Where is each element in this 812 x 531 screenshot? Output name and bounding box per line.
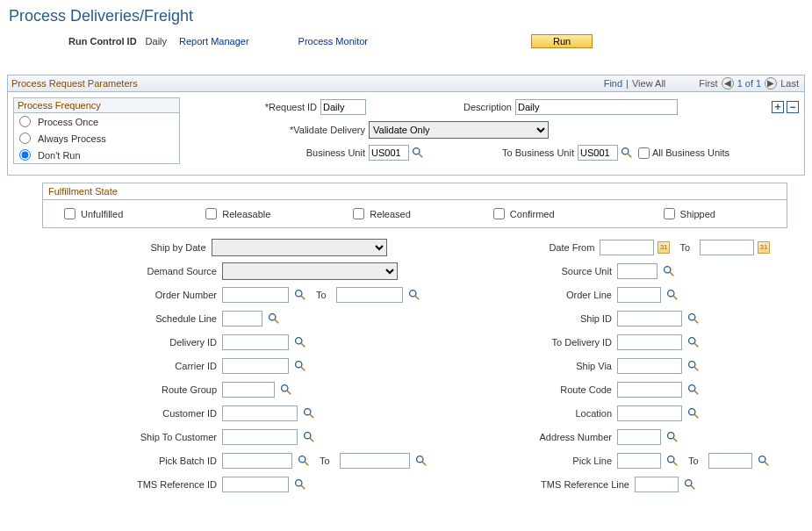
run-button[interactable]: Run — [531, 34, 593, 48]
fs-confirmed[interactable]: Confirmed — [490, 205, 555, 222]
fulfillment-state-title: Fulfillment State — [43, 183, 787, 199]
lookup-icon[interactable] — [303, 431, 315, 443]
location-input[interactable] — [617, 405, 682, 421]
freq-dont-run[interactable]: Don't Run — [14, 147, 179, 163]
date-to-input[interactable] — [700, 240, 754, 255]
to-business-unit-input[interactable] — [578, 145, 618, 161]
business-unit-input[interactable] — [369, 145, 409, 161]
view-all-label: View All — [632, 78, 665, 89]
calendar-icon[interactable]: 31 — [658, 241, 670, 254]
process-frequency-title: Process Frequency — [14, 98, 179, 113]
lookup-icon[interactable] — [294, 360, 306, 372]
order-line-input[interactable] — [617, 287, 661, 303]
lookup-icon[interactable] — [684, 478, 696, 491]
page-title: Process Deliveries/Freight — [9, 7, 805, 25]
section-title: Process Request Parameters — [11, 78, 138, 89]
add-row-icon[interactable]: + — [772, 101, 784, 113]
fs-unfulfilled[interactable]: Unfulfilled — [61, 205, 123, 222]
to-delivery-id-input[interactable] — [617, 334, 682, 350]
validate-delivery-select[interactable]: Validate Only — [369, 121, 549, 139]
lookup-icon[interactable] — [294, 336, 306, 348]
route-group-input[interactable] — [222, 382, 275, 398]
process-monitor-link[interactable]: Process Monitor — [298, 36, 368, 47]
delivery-id-input[interactable] — [222, 334, 289, 350]
ship-id-input[interactable] — [617, 311, 682, 326]
tms-reference-line-input[interactable] — [635, 477, 679, 492]
lookup-icon[interactable] — [303, 407, 315, 420]
lookup-icon[interactable] — [294, 289, 306, 301]
lookup-icon[interactable] — [621, 147, 633, 159]
find-link[interactable]: Find — [604, 78, 622, 89]
ship-via-input[interactable] — [617, 358, 682, 374]
prev-icon[interactable]: ◀ — [722, 77, 734, 90]
lookup-icon[interactable] — [687, 407, 700, 420]
customer-id-input[interactable] — [222, 405, 298, 421]
pick-batch-id-to-input[interactable] — [340, 453, 410, 469]
report-manager-link[interactable]: Report Manager — [179, 36, 249, 47]
last-label: Last — [780, 78, 799, 89]
date-from-input[interactable] — [600, 240, 654, 255]
lookup-icon[interactable] — [666, 455, 679, 467]
pager-text[interactable]: 1 of 1 — [737, 78, 762, 89]
delete-row-icon[interactable]: − — [787, 101, 799, 113]
run-control-id-label: Run Control ID — [68, 36, 137, 47]
order-number-to-input[interactable] — [336, 287, 403, 303]
lookup-icon[interactable] — [408, 289, 420, 301]
lookup-icon[interactable] — [268, 312, 280, 325]
lookup-icon[interactable] — [294, 478, 306, 491]
fulfillment-state-box: Fulfillment State Unfulfilled Releasable… — [42, 183, 787, 228]
next-icon[interactable]: ▶ — [765, 77, 777, 90]
pick-line-to-input[interactable] — [708, 453, 752, 469]
route-code-input[interactable] — [617, 382, 682, 398]
lookup-icon[interactable] — [687, 360, 700, 372]
schedule-line-input[interactable] — [222, 311, 262, 326]
fs-shipped[interactable]: Shipped — [660, 205, 715, 222]
to-business-unit-label: To Business Unit — [424, 147, 578, 158]
freq-process-once[interactable]: Process Once — [14, 113, 179, 130]
section-header: Process Request Parameters Find | View A… — [7, 75, 805, 92]
description-label: Description — [366, 102, 515, 112]
fs-releasable[interactable]: Releasable — [202, 205, 270, 222]
lookup-icon[interactable] — [663, 265, 675, 277]
tms-reference-id-input[interactable] — [222, 477, 289, 492]
lookup-icon[interactable] — [687, 384, 700, 396]
demand-source-select[interactable] — [222, 262, 398, 280]
lookup-icon[interactable] — [298, 455, 310, 467]
request-id-input[interactable] — [320, 99, 366, 115]
run-control-row: Run Control ID Daily Report Manager Proc… — [7, 34, 805, 48]
all-business-units-label: All Business Units — [652, 147, 729, 158]
business-unit-label: Business Unit — [189, 147, 369, 158]
request-id-label: *Request ID — [189, 102, 320, 112]
order-number-input[interactable] — [222, 287, 289, 303]
first-label: First — [699, 78, 717, 89]
freq-always-process[interactable]: Always Process — [14, 130, 179, 147]
lookup-icon[interactable] — [280, 384, 292, 396]
lookup-icon[interactable] — [666, 289, 679, 301]
carrier-id-input[interactable] — [222, 358, 289, 374]
all-business-units-checkbox[interactable] — [638, 147, 650, 159]
criteria-form: Ship by Date Date From 31 To 31 Demand S… — [42, 235, 770, 496]
pick-line-input[interactable] — [617, 453, 661, 469]
fs-released[interactable]: Released — [349, 205, 410, 222]
process-frequency-box: Process Frequency Process Once Always Pr… — [13, 97, 180, 164]
lookup-icon[interactable] — [687, 312, 700, 325]
description-input[interactable] — [515, 99, 678, 115]
lookup-icon[interactable] — [687, 336, 700, 348]
validate-delivery-label: *Validate Delivery — [189, 125, 369, 135]
lookup-icon[interactable] — [666, 431, 679, 443]
address-number-input[interactable] — [617, 429, 661, 445]
calendar-icon[interactable]: 31 — [758, 241, 770, 254]
ship-to-customer-input[interactable] — [222, 429, 298, 445]
source-unit-input[interactable] — [617, 263, 658, 279]
lookup-icon[interactable] — [412, 147, 424, 159]
pick-batch-id-input[interactable] — [222, 453, 292, 469]
run-control-id-value: Daily — [146, 36, 167, 47]
lookup-icon[interactable] — [758, 455, 770, 467]
lookup-icon[interactable] — [415, 455, 428, 467]
ship-by-date-select[interactable] — [212, 239, 387, 256]
